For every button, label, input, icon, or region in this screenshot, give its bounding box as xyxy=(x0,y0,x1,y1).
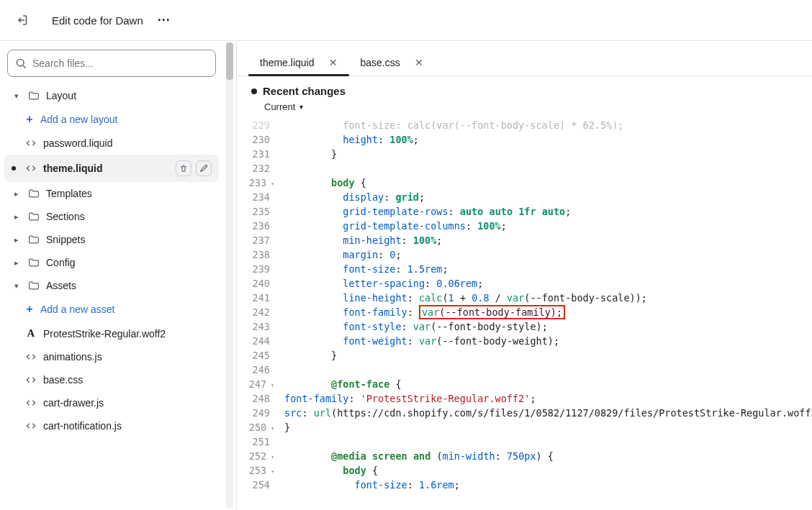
editor-pane: theme.liquid ✕ base.css ✕ Recent changes… xyxy=(236,41,812,510)
file-label: cart-drawer.js xyxy=(43,397,104,409)
code-icon xyxy=(24,374,37,386)
delete-button[interactable] xyxy=(176,160,191,176)
chevron-right-icon: ▸ xyxy=(12,258,22,268)
folder-assets[interactable]: ▾ Assets xyxy=(4,274,219,297)
folder-label: Templates xyxy=(46,188,92,199)
modified-dot-icon xyxy=(12,166,16,170)
file-base-css[interactable]: base.css xyxy=(4,368,219,391)
folder-icon xyxy=(27,90,40,101)
search-icon xyxy=(15,58,27,69)
add-asset-button[interactable]: + Add a new asset xyxy=(4,297,219,322)
plus-icon: + xyxy=(24,113,35,126)
chevron-right-icon: ▸ xyxy=(12,212,22,222)
add-label: Add a new layout xyxy=(40,114,117,125)
more-menu-icon[interactable]: ··· xyxy=(155,13,171,28)
file-proteststrike-woff2[interactable]: A ProtestStrike-Regular.woff2 xyxy=(4,322,219,345)
folder-icon xyxy=(27,234,40,245)
folder-icon xyxy=(27,257,40,268)
recent-dropdown[interactable]: Current ▾ xyxy=(251,97,798,112)
file-label: cart-notification.js xyxy=(43,420,122,432)
line-gutter: 2292302312322332342352362372382392402412… xyxy=(237,118,280,510)
bullet-icon xyxy=(251,88,257,94)
chevron-down-icon: ▾ xyxy=(299,103,303,111)
folder-label: Assets xyxy=(46,280,76,291)
folder-snippets[interactable]: ▸ Snippets xyxy=(4,228,219,251)
recent-current-label: Current xyxy=(264,101,295,112)
plus-icon: + xyxy=(24,303,35,316)
folder-layout[interactable]: ▾ Layout xyxy=(4,84,219,107)
tab-base-css[interactable]: base.css ✕ xyxy=(349,51,435,76)
recent-changes: Recent changes Current ▾ xyxy=(237,76,812,118)
file-cart-drawer-js[interactable]: cart-drawer.js xyxy=(4,391,219,414)
tab-label: base.css xyxy=(361,57,400,68)
close-icon[interactable]: ✕ xyxy=(415,57,423,68)
page-title: Edit code for Dawn xyxy=(43,14,143,27)
file-label: base.css xyxy=(43,374,83,386)
add-label: Add a new asset xyxy=(40,304,115,315)
code-icon xyxy=(24,163,37,174)
tab-theme-liquid[interactable]: theme.liquid ✕ xyxy=(248,51,349,76)
folder-sections[interactable]: ▸ Sections xyxy=(4,205,219,228)
code-content[interactable]: font-size: calc(var(--font-body-scale) *… xyxy=(280,118,812,510)
folder-icon xyxy=(27,280,40,291)
file-label: ProtestStrike-Regular.woff2 xyxy=(43,328,166,340)
folder-label: Snippets xyxy=(46,234,85,245)
tab-label: theme.liquid xyxy=(260,57,315,68)
chevron-right-icon: ▸ xyxy=(12,189,22,199)
sidebar-scrollbar[interactable] xyxy=(223,41,236,510)
close-icon[interactable]: ✕ xyxy=(329,57,338,68)
recent-title-label: Recent changes xyxy=(263,85,346,97)
sidebar: ▾ Layout + Add a new layout password.liq… xyxy=(0,41,223,510)
code-editor[interactable]: 2292302312322332342352362372382392402412… xyxy=(237,118,812,510)
folder-icon xyxy=(27,211,40,222)
file-label: password.liquid xyxy=(43,137,113,149)
chevron-right-icon: ▸ xyxy=(12,235,22,245)
folder-templates[interactable]: ▸ Templates xyxy=(4,182,219,205)
file-tree: ▾ Layout + Add a new layout password.liq… xyxy=(4,84,219,510)
file-animations-js[interactable]: animations.js xyxy=(4,345,219,368)
search-input[interactable] xyxy=(32,58,208,69)
editor-tabs: theme.liquid ✕ base.css ✕ xyxy=(237,41,812,76)
exit-icon[interactable] xyxy=(12,10,32,30)
file-password-liquid[interactable]: password.liquid xyxy=(4,132,219,155)
topbar: Edit code for Dawn ··· xyxy=(0,0,812,40)
file-theme-liquid[interactable]: theme.liquid xyxy=(4,155,219,182)
code-icon xyxy=(24,420,37,432)
folder-icon xyxy=(27,188,40,199)
file-label: animations.js xyxy=(43,351,102,363)
code-icon xyxy=(24,351,37,363)
folder-label: Layout xyxy=(46,90,76,101)
folder-label: Config xyxy=(46,257,75,268)
main: ▾ Layout + Add a new layout password.liq… xyxy=(0,41,812,510)
chevron-down-icon: ▾ xyxy=(12,91,22,101)
svg-point-0 xyxy=(17,59,24,66)
code-icon xyxy=(24,397,37,409)
folder-config[interactable]: ▸ Config xyxy=(4,251,219,274)
chevron-down-icon: ▾ xyxy=(12,281,22,291)
add-layout-button[interactable]: + Add a new layout xyxy=(4,107,219,132)
code-icon xyxy=(24,137,37,149)
search-input-wrap[interactable] xyxy=(7,50,216,77)
font-icon: A xyxy=(24,327,37,340)
folder-label: Sections xyxy=(46,211,85,222)
rename-button[interactable] xyxy=(196,160,212,176)
file-cart-notification-js[interactable]: cart-notification.js xyxy=(4,414,219,437)
file-label: theme.liquid xyxy=(43,163,102,174)
